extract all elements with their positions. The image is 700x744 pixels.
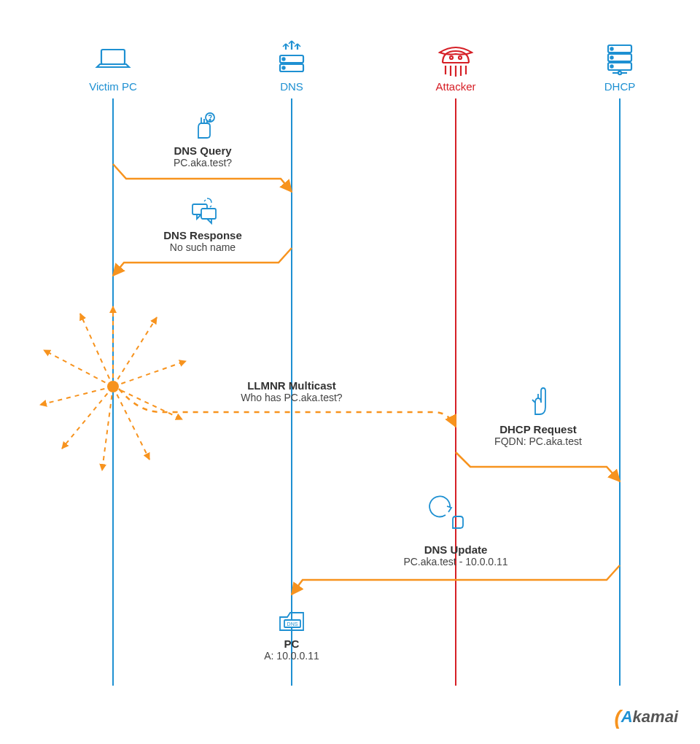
msg-dns-query-title: DNS Query (174, 144, 232, 157)
query-hand-icon (198, 113, 214, 138)
diagram-canvas: DNS (0, 0, 700, 744)
brand-swoosh-icon: ( (614, 706, 621, 729)
dns-server-icon (280, 41, 303, 71)
svg-point-11 (610, 47, 612, 50)
svg-line-27 (62, 387, 113, 449)
svg-line-28 (40, 387, 113, 405)
msg-llmnr-sub: Who has PC.aka.test? (241, 392, 342, 403)
svg-line-25 (113, 387, 149, 460)
svg-text:DNS: DNS (287, 621, 298, 627)
msg-dns-update: DNS Update PC.aka.test - 10.0.0.11 (403, 543, 508, 567)
brand-logo: (Akamai (614, 706, 678, 729)
svg-point-4 (282, 66, 284, 69)
svg-line-22 (113, 317, 157, 387)
msg-llmnr-title: LLMNR Multicast (241, 379, 342, 392)
svg-point-6 (450, 56, 453, 59)
msg-dhcp-request-sub: FQDN: PC.aka.test (494, 435, 582, 447)
msg-dns-update-title: DNS Update (403, 543, 508, 556)
msg-llmnr: LLMNR Multicast Who has PC.aka.test? (241, 379, 342, 403)
svg-point-15 (618, 71, 621, 74)
msg-dhcp-request: DHCP Request FQDN: PC.aka.test (494, 423, 582, 447)
svg-line-23 (113, 361, 186, 387)
actor-label-victim: Victim PC (89, 80, 137, 93)
svg-point-17 (209, 120, 211, 121)
msg-dhcp-request-title: DHCP Request (494, 423, 582, 435)
pointer-hand-icon (532, 388, 545, 414)
svg-line-29 (44, 350, 113, 387)
msg-dns-response-sub: No such name (163, 241, 242, 253)
actor-label-attacker: Attacker (435, 80, 475, 93)
svg-line-30 (80, 314, 113, 387)
arrow-dhcp-request (456, 452, 620, 481)
response-chat-icon (192, 198, 216, 223)
dhcp-server-icon (608, 45, 631, 74)
svg-rect-19 (201, 209, 216, 219)
msg-dns-query: DNS Query PC.aka.test? (174, 144, 232, 168)
msg-dns-response: DNS Response No such name (163, 229, 242, 253)
svg-point-7 (459, 56, 462, 59)
laptop-icon (97, 50, 129, 67)
attacker-icon (440, 47, 472, 77)
svg-point-3 (282, 58, 284, 60)
refresh-hand-icon (429, 496, 463, 528)
actor-label-dns: DNS (280, 80, 303, 93)
brand-name-rest: kamai (633, 708, 678, 726)
msg-dns-record: PC A: 10.0.0.11 (264, 638, 319, 662)
actor-label-dhcp: DHCP (604, 80, 636, 93)
msg-dns-update-sub: PC.aka.test - 10.0.0.11 (403, 556, 508, 567)
svg-point-12 (610, 56, 612, 58)
svg-rect-0 (101, 50, 125, 64)
svg-point-13 (610, 65, 612, 67)
msg-dns-query-sub: PC.aka.test? (174, 157, 232, 168)
msg-dns-record-sub: A: 10.0.0.11 (264, 650, 319, 662)
svg-line-26 (102, 387, 113, 470)
svg-line-24 (113, 387, 182, 419)
msg-dns-response-title: DNS Response (163, 229, 242, 241)
msg-dns-record-title: PC (264, 638, 319, 650)
